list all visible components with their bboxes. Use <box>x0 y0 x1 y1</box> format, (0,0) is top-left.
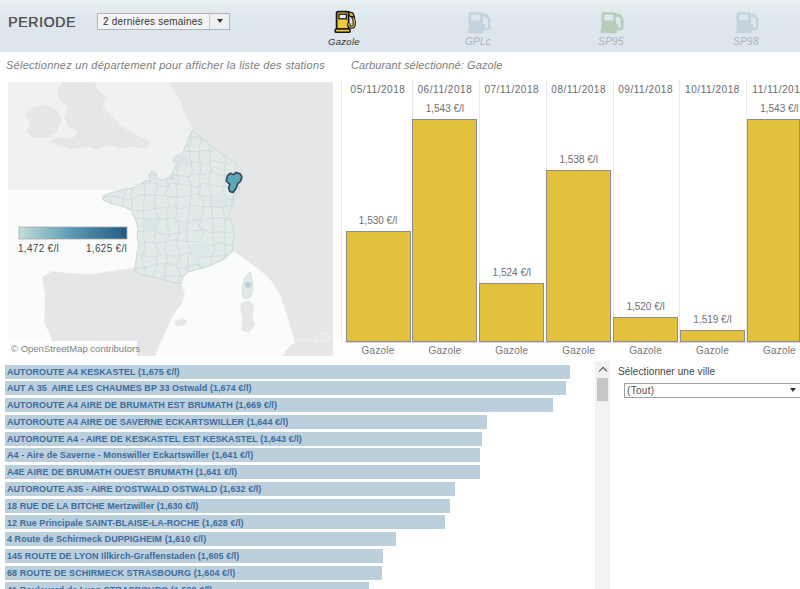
svg-text:© OpenStreetMap contributors: © OpenStreetMap contributors <box>11 343 140 354</box>
svg-text:1,472 €/l: 1,472 €/l <box>18 243 59 254</box>
svg-text:1,625 €/l: 1,625 €/l <box>86 243 127 254</box>
